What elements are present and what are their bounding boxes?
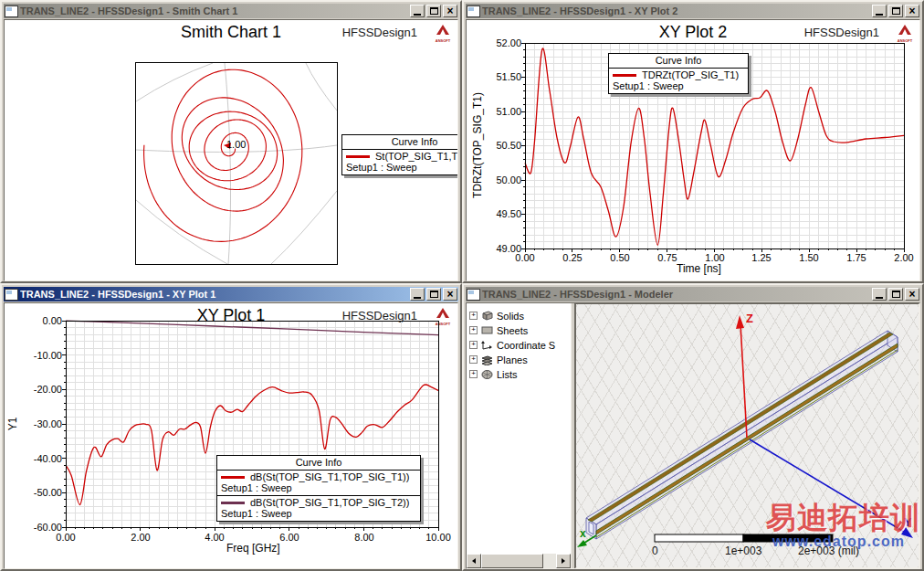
x-tick: 0.00 — [45, 532, 87, 543]
horizontal-scrollbar[interactable] — [467, 554, 571, 568]
x-tick: 2.00 — [883, 252, 920, 263]
x-tick: 1.25 — [740, 252, 782, 263]
curve-info-legend[interactable]: Curve Info dB(St(TOP_SIG_T1,TOP_SIG_T1))… — [216, 455, 421, 522]
titlebar-modeler[interactable]: TRANS_LINE2 - HFSSDesign1 - Modeler × — [466, 287, 920, 301]
xy-plot-1-content: XY Plot 1 HFSSDesign1 ANSOFT 0.00 -10.00… — [4, 302, 458, 569]
curve-setup: Setup1 : Sweep — [346, 162, 458, 173]
curve-color-sample — [221, 476, 245, 479]
titlebar-smith-chart[interactable]: TRANS_LINE2 - HFSSDesign1 - Smith Chart … — [4, 4, 458, 18]
titlebar-xy-plot-1[interactable]: TRANS_LINE2 - HFSSDesign1 - XY Plot 1 × — [4, 287, 458, 301]
curve-setup: Setup1 : Sweep — [221, 482, 416, 493]
coordinate-systems-icon — [480, 340, 494, 351]
minimize-icon — [414, 297, 421, 299]
close-icon: × — [446, 290, 453, 299]
window-xy-plot-1: TRANS_LINE2 - HFSSDesign1 - XY Plot 1 × … — [0, 283, 462, 571]
x-tick: 1.50 — [788, 252, 830, 263]
tree-item-sheets[interactable]: + Sheets — [469, 323, 528, 337]
y-tick: -10.00 — [22, 350, 62, 361]
scroll-right-button[interactable] — [556, 554, 571, 568]
modeler-3d-view[interactable]: Z Y x 0 1e+003 2e+003 (mil) 易迪拓培训 www.ed… — [575, 303, 919, 568]
y-axis-label: TDRZt(TOP_SIG_T1) — [471, 90, 484, 200]
close-button[interactable]: × — [443, 5, 457, 17]
expand-icon[interactable]: + — [469, 355, 478, 364]
x-tick: 0.50 — [599, 252, 641, 263]
x-axis-arrow-icon — [577, 540, 587, 547]
window-icon — [467, 5, 480, 17]
curve-info-legend[interactable]: Curve Info TDRZt(TOP_SIG_T1) Setup1 : Sw… — [608, 53, 749, 94]
scale-tick-1: 1e+003 — [725, 545, 761, 557]
close-button[interactable]: × — [443, 288, 457, 301]
solids-icon — [480, 311, 494, 321]
scroll-left-icon — [472, 558, 476, 564]
y-tick: -50.00 — [22, 487, 62, 498]
scrollbar-thumb[interactable] — [481, 554, 543, 568]
legend-header: Curve Info — [342, 135, 458, 150]
maximize-button[interactable] — [426, 5, 441, 17]
ansoft-logo-icon: ANSOFT — [434, 23, 452, 43]
close-button[interactable]: × — [905, 288, 919, 301]
window-title: TRANS_LINE2 - HFSSDesign1 - Modeler — [482, 289, 870, 300]
expand-icon[interactable]: + — [469, 341, 478, 349]
x-tick: 1.75 — [835, 252, 877, 263]
design-label: HFSSDesign1 — [342, 26, 417, 39]
model-top-trace — [588, 333, 893, 522]
tree-item-planes[interactable]: + Planes — [469, 353, 528, 366]
x-tick: 0.00 — [504, 252, 546, 263]
y-tick: -40.00 — [22, 453, 62, 464]
lists-icon — [480, 369, 494, 380]
maximize-icon — [430, 7, 438, 15]
tree-item-lists[interactable]: + Lists — [469, 367, 518, 381]
minimize-icon — [414, 14, 421, 16]
y-tick: 51.00 — [481, 106, 521, 117]
maximize-button[interactable] — [426, 288, 441, 301]
window-modeler: TRANS_LINE2 - HFSSDesign1 - Modeler × + … — [462, 283, 924, 571]
x-axis-label: x — [580, 527, 586, 540]
maximize-icon — [892, 291, 900, 298]
curve-name: dB(St(TOP_SIG_T1,TOP_SIG_T2)) — [250, 497, 409, 508]
close-icon: × — [908, 290, 915, 299]
minimize-button[interactable] — [410, 288, 425, 301]
tree-item-coordinate-systems[interactable]: + Coordinate S — [469, 338, 555, 352]
legend-entry: St(TOP_SIG_T1,T Setup1 : Sweep — [342, 150, 458, 174]
curve-setup: Setup1 : Sweep — [221, 508, 416, 519]
window-xy-plot-2: TRANS_LINE2 - HFSSDesign1 - XY Plot 2 × … — [462, 0, 924, 283]
y-tick: -20.00 — [22, 384, 62, 395]
close-button[interactable]: × — [905, 5, 919, 17]
legend-entry: TDRZt(TOP_SIG_T1) Setup1 : Sweep — [609, 69, 748, 93]
scale-bar-white — [655, 534, 743, 542]
scroll-left-button[interactable] — [467, 554, 481, 568]
curve-color-sample — [346, 155, 370, 158]
z-axis-label: Z — [746, 312, 753, 325]
maximize-button[interactable] — [888, 288, 903, 301]
minimize-icon — [876, 14, 883, 16]
minimize-button[interactable] — [872, 288, 887, 301]
titlebar-xy-plot-2[interactable]: TRANS_LINE2 - HFSSDesign1 - XY Plot 2 × — [466, 4, 920, 18]
minimize-button[interactable] — [410, 5, 425, 17]
legend-header: Curve Info — [217, 456, 420, 471]
scale-tick-0: 0 — [652, 545, 658, 557]
watermark-url: www.edatop.com — [772, 534, 905, 550]
expand-icon[interactable]: + — [469, 312, 478, 320]
modeler-tree-panel: + Solids + Sheets + Coordinate S + Plane… — [467, 303, 571, 568]
xy-plot-1-canvas[interactable] — [5, 303, 458, 566]
x-tick: 2.00 — [120, 532, 162, 543]
planes-icon — [480, 354, 494, 365]
curve-color-sample — [221, 502, 245, 504]
window-title: TRANS_LINE2 - HFSSDesign1 - XY Plot 2 — [482, 5, 870, 16]
smith-plot-canvas[interactable] — [135, 62, 338, 265]
y-tick: 50.00 — [481, 174, 521, 185]
tree-item-solids[interactable]: + Solids — [469, 309, 524, 323]
expand-icon[interactable]: + — [469, 370, 478, 378]
legend-entry: dB(St(TOP_SIG_T1,TOP_SIG_T1)) Setup1 : S… — [217, 471, 420, 495]
minimize-button[interactable] — [872, 5, 887, 17]
maximize-icon — [892, 7, 900, 15]
scroll-right-icon — [562, 558, 565, 564]
scrollbar-track[interactable] — [543, 554, 556, 568]
maximize-button[interactable] — [888, 5, 903, 17]
window-icon — [467, 289, 480, 301]
expand-icon[interactable]: + — [469, 326, 478, 334]
x-axis-label: Freq [GHz] — [226, 542, 280, 555]
legend-entry: dB(St(TOP_SIG_T1,TOP_SIG_T2)) Setup1 : S… — [217, 495, 420, 521]
curve-name: St(TOP_SIG_T1,T — [375, 151, 457, 162]
curve-info-legend[interactable]: Curve Info St(TOP_SIG_T1,T Setup1 : Swee… — [341, 134, 458, 175]
